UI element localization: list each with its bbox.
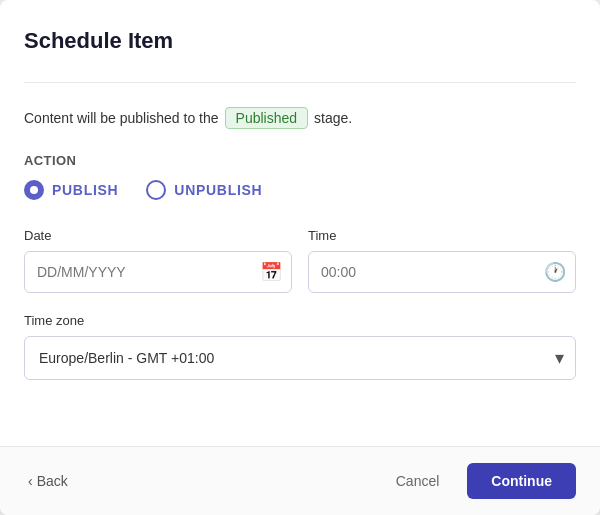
cancel-button[interactable]: Cancel	[380, 465, 456, 497]
timezone-select[interactable]: Europe/Berlin - GMT +01:00	[24, 336, 576, 380]
back-label: Back	[37, 473, 68, 489]
date-label: Date	[24, 228, 292, 243]
time-input[interactable]	[308, 251, 576, 293]
timezone-label: Time zone	[24, 313, 576, 328]
footer-right: Cancel Continue	[380, 463, 576, 499]
date-field-group: Date 📅	[24, 228, 292, 293]
modal-title: Schedule Item	[24, 28, 576, 54]
time-field-group: Time 🕐	[308, 228, 576, 293]
back-button[interactable]: ‹ Back	[24, 465, 72, 497]
date-input[interactable]	[24, 251, 292, 293]
publish-option[interactable]: PUBLISH	[24, 180, 118, 200]
timezone-select-wrapper: Europe/Berlin - GMT +01:00 ▾	[24, 336, 576, 380]
action-label: Action	[24, 153, 576, 168]
continue-button[interactable]: Continue	[467, 463, 576, 499]
publish-label: PUBLISH	[52, 182, 118, 198]
info-prefix: Content will be published to the	[24, 110, 219, 126]
time-label: Time	[308, 228, 576, 243]
publish-radio[interactable]	[24, 180, 44, 200]
date-input-wrapper: 📅	[24, 251, 292, 293]
info-suffix: stage.	[314, 110, 352, 126]
modal-body: Schedule Item Content will be published …	[0, 0, 600, 446]
timezone-group: Time zone Europe/Berlin - GMT +01:00 ▾	[24, 313, 576, 380]
info-line: Content will be published to the Publish…	[24, 107, 576, 129]
chevron-left-icon: ‹	[28, 473, 33, 489]
divider	[24, 82, 576, 83]
unpublish-label: UNPUBLISH	[174, 182, 262, 198]
unpublish-option[interactable]: UNPUBLISH	[146, 180, 262, 200]
schedule-item-modal: Schedule Item Content will be published …	[0, 0, 600, 515]
unpublish-radio[interactable]	[146, 180, 166, 200]
time-input-wrapper: 🕐	[308, 251, 576, 293]
modal-footer: ‹ Back Cancel Continue	[0, 446, 600, 515]
action-radio-group: PUBLISH UNPUBLISH	[24, 180, 576, 200]
stage-badge: Published	[225, 107, 309, 129]
date-time-row: Date 📅 Time 🕐	[24, 228, 576, 293]
